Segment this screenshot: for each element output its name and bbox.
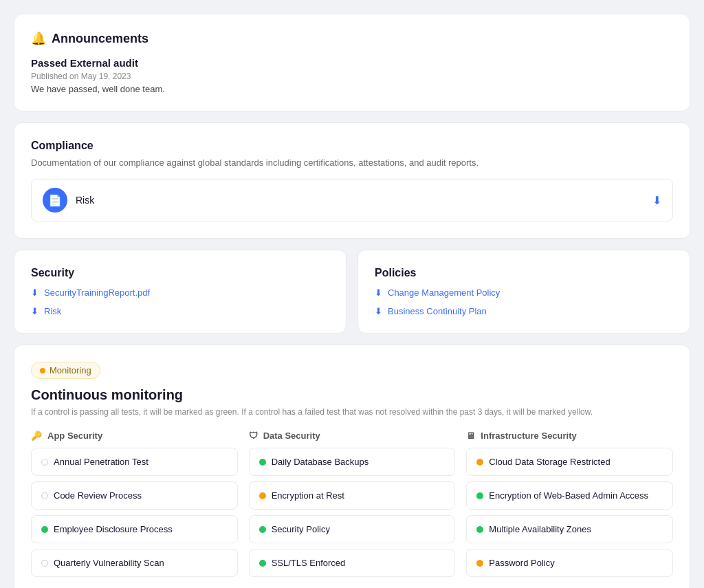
compliance-description: Documentation of our compliance against … (31, 157, 673, 168)
status-dot-employee (41, 526, 48, 533)
announcement-body: We have passed, well done team. (31, 84, 673, 94)
policies-title: Policies (375, 267, 673, 279)
server-icon: 🖥 (466, 431, 475, 441)
control-item: Daily Database Backups (249, 448, 456, 476)
announcement-heading: Passed External audit (31, 57, 673, 69)
compliance-icon-circle: 📄 (43, 188, 67, 213)
infra-security-col-title: 🖥 Infrastructure Security (466, 431, 673, 441)
control-item: Password Policy (466, 549, 673, 577)
security-title: Security (31, 267, 329, 279)
security-link-0[interactable]: ⬇ SecurityTrainingReport.pdf (31, 287, 329, 298)
security-card: Security ⬇ SecurityTrainingReport.pdf ⬇ … (14, 250, 346, 334)
announcement-item: Passed External audit Published on May 1… (31, 57, 673, 94)
announcements-title: 🔔 Announcements (31, 31, 673, 46)
data-security-column: 🛡 Data Security Daily Database Backups E… (249, 431, 456, 577)
control-item: Code Review Process (31, 481, 238, 510)
status-dot-password (476, 560, 483, 567)
control-item: Quarterly Vulnerability Scan (31, 549, 238, 577)
compliance-title: Compliance (31, 140, 673, 152)
shield-icon: 🛡 (249, 431, 258, 441)
monitoring-badge: Monitoring (31, 362, 100, 379)
policies-card: Policies ⬇ Change Management Policy ⬇ Bu… (358, 250, 690, 334)
announcements-card: 🔔 Announcements Passed External audit Pu… (14, 14, 690, 111)
status-dot-annual (41, 459, 48, 466)
download-icon-0: ⬇ (31, 287, 38, 298)
monitoring-card: Monitoring Continuous monitoring If a co… (14, 345, 690, 588)
download-icon-policy-1: ⬇ (375, 306, 382, 316)
compliance-download-icon[interactable]: ⬇ (652, 194, 661, 207)
compliance-item-left: 📄 Risk (43, 188, 94, 213)
bell-icon: 🔔 (31, 31, 46, 46)
app-security-column: 🔑 App Security Annual Penetration Test C… (31, 431, 238, 577)
status-dot-cloud-storage (476, 459, 483, 466)
monitoring-description: If a control is passing all tests, it wi… (31, 407, 673, 417)
app-security-col-title: 🔑 App Security (31, 431, 238, 441)
control-item: SSL/TLS Enforced (249, 549, 456, 577)
status-dot-ssl (259, 560, 266, 567)
control-item: Security Policy (249, 515, 456, 543)
control-item: Encryption at Rest (249, 481, 456, 510)
policy-link-0[interactable]: ⬇ Change Management Policy (375, 287, 673, 298)
infra-security-column: 🖥 Infrastructure Security Cloud Data Sto… (466, 431, 673, 577)
control-item: Employee Disclosure Process (31, 515, 238, 543)
download-icon-1: ⬇ (31, 306, 38, 316)
control-item: Annual Penetration Test (31, 448, 238, 476)
monitoring-badge-dot (40, 368, 45, 373)
control-item: Encryption of Web-Based Admin Access (466, 481, 673, 510)
compliance-risk-label: Risk (76, 195, 94, 206)
status-dot-web-admin (476, 492, 483, 499)
data-security-col-title: 🛡 Data Security (249, 431, 456, 441)
status-dot-security-policy (259, 526, 266, 533)
status-dot-multi-az (476, 526, 483, 533)
monitoring-columns: 🔑 App Security Annual Penetration Test C… (31, 431, 673, 577)
security-link-1[interactable]: ⬇ Risk (31, 306, 329, 316)
key-icon: 🔑 (31, 431, 42, 441)
compliance-item: 📄 Risk ⬇ (31, 179, 673, 221)
status-dot-encryption-rest (259, 492, 266, 499)
compliance-card: Compliance Documentation of our complian… (14, 122, 690, 239)
security-policies-row: Security ⬇ SecurityTrainingReport.pdf ⬇ … (14, 250, 690, 334)
monitoring-title: Continuous monitoring (31, 387, 673, 403)
control-item: Multiple Availability Zones (466, 515, 673, 543)
status-dot-code-review (41, 492, 48, 499)
policy-link-1[interactable]: ⬇ Business Continuity Plan (375, 306, 673, 316)
status-dot-db-backups (259, 459, 266, 466)
control-item: Cloud Data Storage Restricted (466, 448, 673, 476)
download-icon-policy-0: ⬇ (375, 287, 382, 298)
status-dot-quarterly (41, 560, 48, 567)
announcement-date: Published on May 19, 2023 (31, 72, 673, 81)
